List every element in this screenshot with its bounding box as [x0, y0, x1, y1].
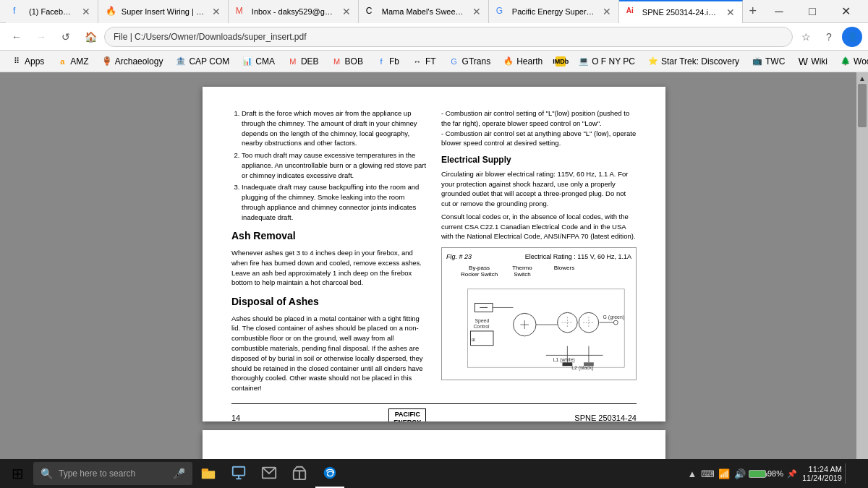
bookmark-gtrans[interactable]: G GTrans — [443, 55, 497, 68]
scroll-up-button[interactable]: ▲ — [856, 72, 868, 84]
clock-area[interactable]: 11:24 AM 11/24/2019 — [802, 465, 842, 482]
show-desktop-button[interactable] — [845, 463, 859, 484]
home-button[interactable]: 🏠 — [80, 27, 101, 47]
hearth-icon: 🔥 — [503, 56, 514, 67]
taskbar-search-icon: 🔍 — [41, 468, 53, 479]
google-icon: G — [496, 6, 508, 17]
battery-indicator[interactable]: 98% — [749, 469, 783, 478]
close-button[interactable]: ✕ — [829, 0, 862, 23]
speaker-icon[interactable]: 🔊 — [733, 466, 747, 481]
bookmark-discovery[interactable]: ⭐ Star Trek: Discovery — [642, 55, 745, 68]
draft-item-2: Too much draft may cause excessive tempe… — [242, 150, 427, 180]
window-controls: ─ □ ✕ — [762, 0, 862, 23]
bookmark-ft[interactable]: ↔ FT — [407, 55, 442, 68]
draft-list: Draft is the force which moves air from … — [242, 108, 427, 222]
minimize-button[interactable]: ─ — [762, 0, 796, 23]
svg-text:Speed: Speed — [475, 318, 489, 324]
bookmark-apps[interactable]: ⠿ Apps — [6, 55, 50, 68]
bookmark-hearth[interactable]: 🔥 Hearth — [498, 55, 548, 68]
bookmark-bob[interactable]: M BOB — [326, 55, 369, 68]
bookmark-wiki[interactable]: W Wiki — [792, 55, 833, 68]
tab-insert[interactable]: 🔥 Super Insert Wiring | Hearth... ✕ — [98, 0, 229, 23]
tab-pdf[interactable]: Ai SPNE 250314-24.indd ✕ — [619, 0, 744, 23]
bookmark-ofnypc[interactable]: 💻 O F NY PC — [573, 55, 641, 68]
insert-icon: 🔥 — [106, 6, 117, 17]
bookmark-fb[interactable]: f Fb — [370, 55, 405, 68]
tab-facebook-close[interactable]: ✕ — [82, 6, 90, 17]
tab-google[interactable]: G Pacific Energy Super Insert m... ✕ — [489, 0, 619, 23]
tab-gmail[interactable]: M Inbox - daksy529@gmail.co... ✕ — [229, 0, 359, 23]
bookmark-amz[interactable]: a AMZ — [51, 55, 94, 68]
taskbar-mail[interactable] — [255, 459, 284, 488]
taskbar-desktop[interactable] — [224, 459, 253, 488]
bookmark-woodmans[interactable]: 🌲 Woodmans — [835, 55, 868, 68]
woodmans-icon: 🌲 — [841, 56, 851, 67]
bookmark-twc[interactable]: 📺 TWC — [746, 55, 791, 68]
discovery-icon: ⭐ — [648, 56, 658, 67]
forward-button[interactable]: → — [30, 27, 52, 47]
taskbar-time: 11:24 AM — [802, 465, 842, 474]
bookmarks-bar: ⠿ Apps a AMZ 🏺 Archaeology 🏦 CAP COM 📊 C… — [0, 51, 868, 72]
pacific-energy-logo: PACIFIC ENERGY — [388, 408, 426, 421]
bookmark-cma[interactable]: 📊 CMA — [237, 55, 281, 68]
battery-percentage: 98% — [767, 469, 783, 478]
pin-icon[interactable]: 📌 — [785, 466, 799, 481]
bookmark-hearth-label: Hearth — [516, 56, 542, 67]
taskbar-system-tray: ▲ ⌨ 📶 🔊 98% 📌 11:24 AM 11/24/2019 — [679, 463, 865, 484]
tab-pdf-close[interactable]: ✕ — [726, 7, 735, 18]
taskbar-search-box[interactable]: 🔍 Type here to search 🎤 — [33, 462, 192, 485]
help-button[interactable]: ? — [819, 27, 839, 47]
bookmark-imdb[interactable]: IMDb — [550, 55, 571, 68]
profile-button[interactable]: 👤 — [842, 27, 862, 47]
scrollbar-track[interactable]: ▲ ▼ — [856, 72, 868, 488]
imdb-icon: IMDb — [556, 56, 566, 67]
keyboard-icon[interactable]: ⌨ — [701, 466, 715, 481]
logo-line1: PACIFIC — [393, 411, 421, 419]
bookmark-capcom-label: CAP COM — [189, 56, 229, 67]
taskbar-store[interactable] — [285, 459, 314, 488]
scroll-thumb[interactable] — [858, 84, 867, 127]
tab-gmail-close[interactable]: ✕ — [342, 6, 351, 17]
bookmark-archaeology[interactable]: 🏺 Archaeology — [96, 55, 169, 68]
address-input[interactable] — [104, 27, 793, 47]
bookmark-star-button[interactable]: ☆ — [796, 27, 816, 47]
tab-insert-close[interactable]: ✕ — [212, 6, 221, 17]
arrow-up-icon[interactable]: ▲ — [685, 466, 699, 481]
microphone-icon[interactable]: 🎤 — [173, 468, 185, 479]
wiki-icon: W — [798, 56, 808, 67]
maximize-button[interactable]: □ — [796, 0, 829, 23]
bookmark-capcom[interactable]: 🏦 CAP COM — [170, 55, 235, 68]
bookmark-deb-label: DEB — [301, 56, 319, 67]
desktop-icon — [231, 465, 247, 481]
refresh-button[interactable]: ↺ — [55, 27, 77, 47]
svg-rect-33 — [233, 467, 245, 476]
bookmark-ofnypc-label: O F NY PC — [592, 56, 635, 67]
tab-mama-close[interactable]: ✕ — [472, 6, 481, 17]
taskbar-edge[interactable] — [315, 459, 344, 488]
back-button[interactable]: ← — [6, 27, 27, 47]
tab-facebook[interactable]: f (1) Facebook ✕ — [6, 0, 98, 23]
thermo-label: ThermoSwitch — [512, 265, 532, 278]
edge-browser-icon — [322, 465, 338, 481]
svg-rect-25 — [562, 362, 572, 366]
tab-mama[interactable]: C Mama Mabel's Sweet Potato... ✕ — [359, 0, 489, 23]
pdf-viewer[interactable]: Draft is the force which moves air from … — [0, 72, 868, 488]
electrical-diagram: Fig. # 23 Electrical Rating : 115 V, 60 … — [441, 247, 637, 380]
gtrans-icon: G — [449, 56, 459, 67]
deb-icon: M — [288, 56, 298, 67]
tab-google-close[interactable]: ✕ — [603, 6, 611, 17]
bookmark-fb-label: Fb — [389, 56, 399, 67]
svg-text:⊞: ⊞ — [472, 337, 475, 342]
combustion-text: - Combustion air control setting of "L"(… — [441, 108, 637, 148]
logo-line2: ENERGY — [393, 419, 421, 421]
bookmark-deb[interactable]: M DEB — [282, 55, 325, 68]
blowers-label: Blowers — [554, 265, 574, 278]
bookmark-amz-label: AMZ — [70, 56, 88, 67]
new-tab-button[interactable]: + — [743, 4, 762, 19]
taskbar-file-explorer[interactable] — [194, 459, 223, 488]
svg-text:Control: Control — [473, 324, 490, 329]
network-icon[interactable]: 📶 — [717, 466, 731, 481]
start-button[interactable]: ⊞ — [3, 459, 32, 488]
bob-icon: M — [332, 56, 342, 67]
ofnypc-icon: 💻 — [579, 56, 589, 67]
